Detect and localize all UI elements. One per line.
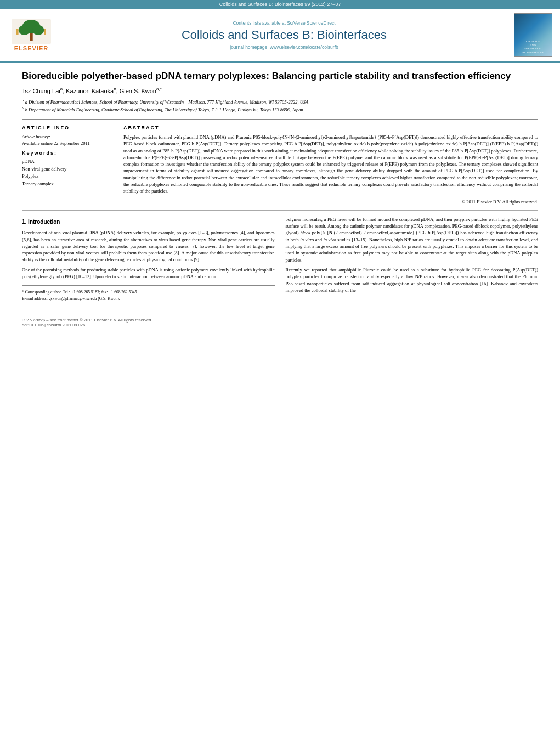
elsevier-logo: ELSEVIER — [7, 13, 56, 57]
available-online: Available online 22 September 2011 — [22, 140, 105, 146]
page: Colloids and Surfaces B: Biointerfaces 9… — [0, 0, 560, 741]
elsevier-tree-icon — [9, 19, 53, 44]
affiliation-a: a a Division of Pharmaceutical Sciences,… — [22, 98, 538, 106]
body-columns: 1. Introduction Development of non-viral… — [22, 216, 538, 302]
right-para-2: Recently we reported that amphiphilic Pl… — [286, 267, 539, 293]
affiliations: a a Division of Pharmaceutical Sciences,… — [22, 98, 538, 114]
journal-name: Colloids and Surfaces B: Biointerfaces — [182, 28, 387, 42]
article-title: Bioreducible polyether-based pDNA ternar… — [22, 70, 538, 82]
cover-thumbnail: COLLOIDSANDSURFACES B:BIOINTERFACES — [514, 13, 552, 57]
elsevier-wordmark: ELSEVIER — [14, 45, 48, 52]
journal-cover-image: COLLOIDSANDSURFACES B:BIOINTERFACES — [512, 13, 553, 57]
svg-rect-5 — [16, 29, 19, 35]
abstract-text: Polyplex particles formed with plasmid D… — [123, 134, 538, 195]
abstract-panel: ABSTRACT Polyplex particles formed with … — [123, 125, 538, 205]
cover-label: COLLOIDSANDSURFACES B:BIOINTERFACES — [522, 40, 544, 54]
abstract-title: ABSTRACT — [123, 125, 538, 131]
keyword-nonviral: Non-viral gene delivery — [22, 166, 105, 173]
svg-point-3 — [32, 25, 44, 35]
authors-line: Tsz Chung Laia, Kazunori Kataokab, Glen … — [22, 87, 538, 94]
journal-title-area: Contents lists available at SciVerse Sci… — [63, 13, 506, 57]
keyword-polyplex: Polyplex — [22, 173, 105, 180]
history-label: Article history: — [22, 134, 105, 139]
body-left-col: 1. Introduction Development of non-viral… — [22, 216, 275, 302]
keyword-pdna: pDNA — [22, 158, 105, 166]
article-meta-row: ARTICLE INFO Article history: Available … — [22, 119, 538, 205]
journal-header-bar: Colloids and Surfaces B: Biointerfaces 9… — [0, 0, 560, 9]
homepage-line: journal homepage: www.elsevier.com/locat… — [230, 44, 338, 50]
footnote-email: E-mail address: gskwon@pharmacy.wisc.edu… — [22, 296, 275, 302]
keywords-title: Keywords: — [22, 150, 105, 156]
svg-rect-6 — [44, 29, 46, 35]
doi-line: doi:10.1016/j.colsurfb.2011.09.026 — [22, 323, 85, 327]
author-names: Tsz Chung Laia, Kazunori Kataokab, Glen … — [22, 88, 162, 94]
issn-line: 0927-7765/$ – see front matter © 2011 El… — [22, 318, 152, 323]
affiliation-b: b b Department of Materials Engineering,… — [22, 105, 538, 114]
sciverse-line: Contents lists available at SciVerse Sci… — [233, 20, 335, 26]
article-content: Bioreducible polyether-based pDNA ternar… — [0, 63, 560, 309]
body-right-col: polymer molecules, a PEG layer will be f… — [286, 216, 539, 302]
journal-citation: Colloids and Surfaces B: Biointerfaces 9… — [219, 2, 341, 7]
footnote-area: * Corresponding author. Tel.: +1 608 265… — [22, 285, 275, 302]
article-info-panel: ARTICLE INFO Article history: Available … — [22, 125, 112, 205]
right-para-1: polymer molecules, a PEG layer will be f… — [286, 216, 539, 263]
left-para-2: One of the promising methods for produci… — [22, 267, 275, 280]
keyword-ternary: Ternary complex — [22, 180, 105, 188]
article-info-title: ARTICLE INFO — [22, 125, 105, 131]
bottom-bar: 0927-7765/$ – see front matter © 2011 El… — [0, 314, 560, 331]
intro-heading: 1. Introduction — [22, 218, 275, 227]
svg-point-2 — [19, 25, 31, 35]
footnote-corresponding: * Corresponding author. Tel.: +1 608 265… — [22, 289, 275, 295]
top-header: ELSEVIER Contents lists available at Sci… — [0, 9, 560, 63]
copyright-line: © 2011 Elsevier B.V. All rights reserved… — [123, 199, 538, 205]
section-divider — [22, 210, 538, 211]
left-para-1: Development of non-viral plasmid DNA (pD… — [22, 229, 275, 263]
svg-rect-4 — [30, 33, 32, 41]
